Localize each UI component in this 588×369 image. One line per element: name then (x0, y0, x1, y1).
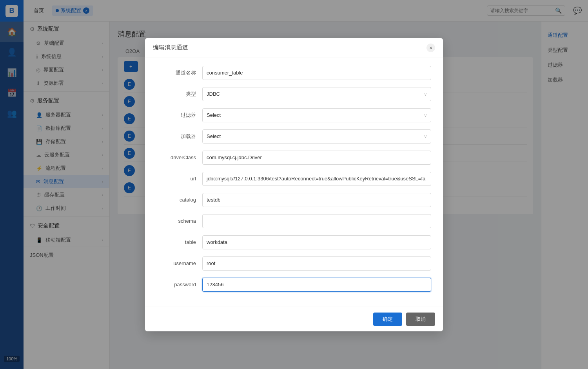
loader-label: 加载器 (157, 133, 196, 140)
channel-name-input[interactable] (202, 66, 431, 80)
modal-body: 通道名称 类型 JDBC ∨ 过滤器 Select (145, 58, 443, 307)
form-row-type: 类型 JDBC ∨ (157, 87, 431, 101)
modal-close-button[interactable]: × (426, 44, 435, 52)
filter-label: 过滤器 (157, 112, 196, 119)
loader-select[interactable]: Select (202, 129, 431, 144)
url-label: url (157, 176, 196, 182)
form-row-catalog: catalog (157, 193, 431, 207)
modal-footer: 确定 取消 (145, 307, 443, 331)
cancel-button[interactable]: 取消 (406, 313, 435, 326)
type-select[interactable]: JDBC (202, 87, 431, 101)
edit-channel-modal: 编辑消息通道 × 通道名称 类型 JDBC ∨ 过滤器 (145, 38, 443, 331)
table-input[interactable] (202, 235, 431, 249)
type-select-wrapper: JDBC ∨ (202, 87, 431, 101)
catalog-input[interactable] (202, 193, 431, 207)
password-label: password (157, 282, 196, 287)
form-row-driver-class: driverClass (157, 151, 431, 165)
modal-overlay: 编辑消息通道 × 通道名称 类型 JDBC ∨ 过滤器 (0, 0, 588, 369)
url-input[interactable] (202, 172, 431, 186)
channel-name-label: 通道名称 (157, 69, 196, 76)
username-input[interactable] (202, 256, 431, 271)
modal-title: 编辑消息通道 (153, 44, 188, 51)
filter-select[interactable]: Select (202, 108, 431, 122)
catalog-label: catalog (157, 197, 196, 203)
form-row-table: table (157, 235, 431, 249)
schema-label: schema (157, 218, 196, 224)
driver-class-label: driverClass (157, 155, 196, 160)
schema-input[interactable] (202, 214, 431, 228)
password-input[interactable] (202, 278, 431, 292)
form-row-url: url (157, 172, 431, 186)
type-label: 类型 (157, 91, 196, 98)
form-row-channel-name: 通道名称 (157, 66, 431, 80)
username-label: username (157, 260, 196, 266)
form-row-schema: schema (157, 214, 431, 228)
filter-select-wrapper: Select ∨ (202, 108, 431, 122)
modal-header: 编辑消息通道 × (145, 38, 443, 58)
driver-class-input[interactable] (202, 151, 431, 165)
form-row-password: password (157, 278, 431, 292)
form-row-filter: 过滤器 Select ∨ (157, 108, 431, 122)
table-label: table (157, 239, 196, 245)
form-row-username: username (157, 256, 431, 271)
confirm-button[interactable]: 确定 (373, 313, 402, 326)
loader-select-wrapper: Select ∨ (202, 129, 431, 144)
form-row-loader: 加载器 Select ∨ (157, 129, 431, 144)
